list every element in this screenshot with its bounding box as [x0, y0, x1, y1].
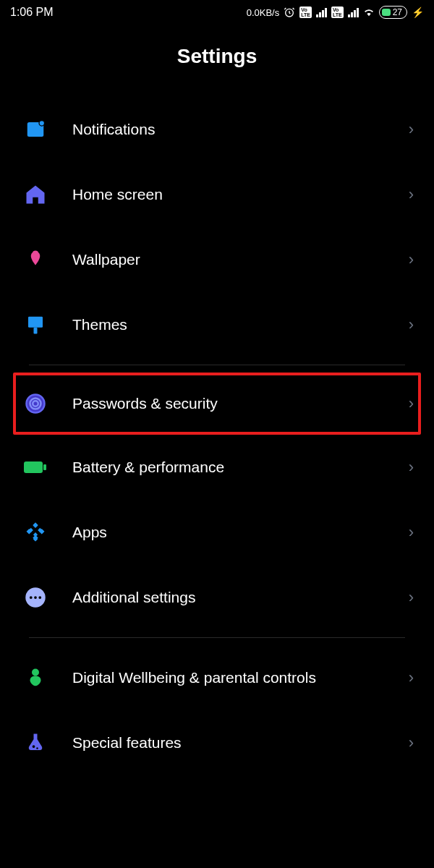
wifi-icon [363, 7, 375, 18]
notifications-icon [20, 114, 51, 145]
fingerprint-icon [20, 388, 51, 419]
flask-icon [20, 728, 51, 758]
settings-item-label: Digital Wellbeing & parental controls [72, 668, 409, 687]
svg-rect-9 [24, 461, 43, 473]
wellbeing-icon [20, 663, 51, 693]
chevron-right-icon: › [409, 315, 414, 334]
home-icon [20, 179, 51, 210]
volte-icon-2: VoLTE [331, 7, 344, 18]
more-icon [20, 582, 51, 613]
status-time: 1:06 PM [10, 6, 54, 19]
svg-rect-4 [28, 317, 43, 328]
settings-item-notifications[interactable]: Notifications › [14, 97, 420, 162]
settings-item-passwords-security[interactable]: Passwords & security › [13, 373, 421, 435]
settings-item-wallpaper[interactable]: Wallpaper › [14, 227, 420, 292]
settings-item-additional[interactable]: Additional settings › [14, 565, 420, 630]
svg-point-3 [33, 251, 38, 255]
settings-item-battery[interactable]: Battery & performance › [14, 435, 420, 500]
settings-item-label: Wallpaper [72, 250, 409, 269]
chevron-right-icon: › [409, 185, 414, 204]
chevron-right-icon: › [409, 120, 414, 139]
battery-icon [20, 452, 51, 482]
settings-item-home-screen[interactable]: Home screen › [14, 162, 420, 227]
settings-item-themes[interactable]: Themes › [14, 292, 420, 357]
svg-point-13 [30, 596, 33, 599]
chevron-right-icon: › [409, 588, 414, 607]
charging-icon: ⚡ [412, 7, 424, 18]
settings-item-apps[interactable]: Apps › [14, 500, 420, 565]
battery-indicator: 27 [379, 6, 407, 19]
battery-pct: 27 [393, 7, 402, 17]
settings-item-label: Passwords & security [72, 393, 409, 413]
settings-item-wellbeing[interactable]: Digital Wellbeing & parental controls › [14, 645, 420, 710]
settings-item-label: Apps [72, 522, 409, 542]
themes-icon [20, 310, 51, 340]
settings-item-label: Notifications [72, 119, 409, 139]
settings-item-label: Battery & performance [72, 457, 409, 477]
svg-point-17 [33, 745, 35, 748]
chevron-right-icon: › [409, 668, 414, 687]
wallpaper-icon [20, 244, 51, 275]
data-rate: 0.0KB/s [247, 7, 280, 18]
svg-rect-10 [43, 464, 46, 470]
settings-item-label: Special features [72, 733, 409, 752]
alarm-icon [284, 7, 295, 18]
chevron-right-icon: › [409, 458, 414, 477]
chevron-right-icon: › [409, 394, 414, 413]
svg-point-18 [36, 747, 38, 749]
settings-item-label: Home screen [72, 184, 409, 204]
status-right: 0.0KB/s VoLTE VoLTE 27 ⚡ [247, 6, 424, 19]
svg-point-15 [38, 596, 41, 599]
signal-icon [316, 8, 327, 17]
settings-item-label: Themes [72, 315, 409, 334]
svg-point-2 [39, 121, 45, 127]
chevron-right-icon: › [409, 523, 414, 542]
volte-icon: VoLTE [299, 7, 312, 18]
chevron-right-icon: › [409, 733, 414, 752]
chevron-right-icon: › [409, 250, 414, 269]
svg-point-16 [32, 669, 39, 676]
divider [29, 637, 405, 638]
apps-icon [20, 517, 51, 548]
page-title: Settings [0, 25, 434, 97]
settings-list: Notifications › Home screen › Wallpaper … [0, 97, 434, 775]
settings-item-label: Additional settings [72, 587, 409, 607]
svg-point-14 [34, 596, 37, 599]
status-bar: 1:06 PM 0.0KB/s VoLTE VoLTE 27 ⚡ [0, 0, 434, 25]
divider [29, 365, 405, 365]
svg-rect-5 [34, 328, 38, 334]
settings-item-special-features[interactable]: Special features › [14, 710, 420, 775]
signal-icon-2 [348, 8, 359, 17]
